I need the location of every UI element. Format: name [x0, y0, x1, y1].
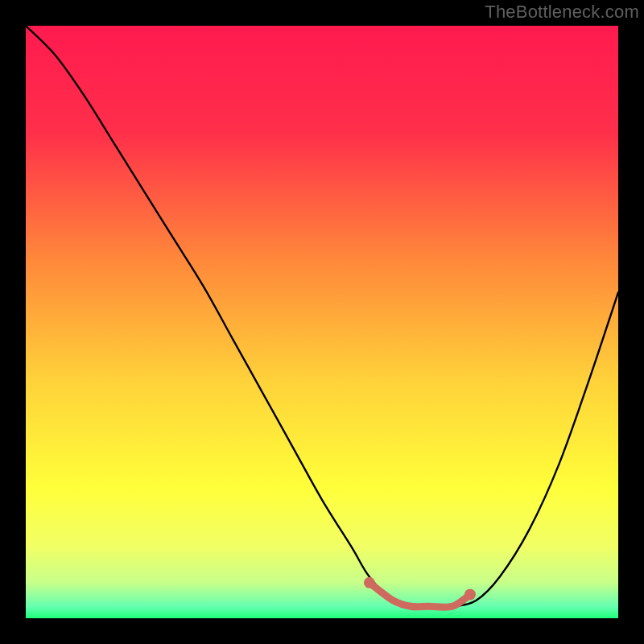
watermark-text: TheBottleneck.com [485, 2, 639, 23]
optimal-end-dot [464, 589, 476, 601]
optimal-start-dot [364, 577, 375, 588]
bottleneck-chart [26, 26, 618, 618]
plot-area [26, 26, 618, 618]
chart-frame: TheBottleneck.com [0, 0, 644, 644]
